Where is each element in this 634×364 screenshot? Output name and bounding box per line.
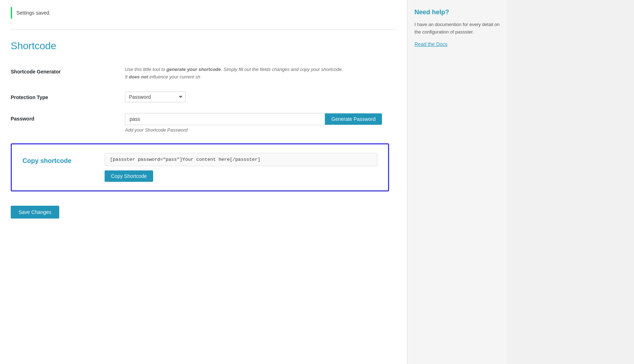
desc-part1: Use this little tool to [125, 67, 166, 72]
password-row: Password Generate Password Add your Shor… [11, 113, 396, 133]
protection-type-select[interactable]: Password Username/Password IP [125, 92, 186, 102]
desc-part3: influence your current sh [148, 74, 200, 80]
page-title: Shortcode [11, 40, 396, 52]
desc-bold2: does not [129, 74, 148, 80]
protection-type-row: Protection Type Password Username/Passwo… [11, 92, 396, 102]
shortcode-generator-field: Use this little tool to generate your sh… [125, 66, 396, 81]
copy-shortcode-button[interactable]: Copy Shortcode [105, 170, 153, 182]
read-the-docs-link[interactable]: Read the Docs [414, 41, 448, 47]
shortcode-box: Copy shortcode [passster password="pass"… [11, 143, 389, 191]
notice-bar: Settings saved. [11, 7, 396, 19]
password-label: Password [11, 113, 125, 122]
sidebar-description: I have an documention for every detail o… [414, 21, 500, 36]
shortcode-code: [passster password="pass"]Your content h… [105, 153, 377, 166]
shortcode-right: [passster password="pass"]Your content h… [105, 153, 377, 182]
generate-password-button[interactable]: Generate Password [325, 113, 382, 125]
copy-shortcode-label: Copy shortcode [22, 153, 94, 165]
notice-text: Settings saved. [16, 10, 51, 16]
sidebar: Need help? I have an documention for eve… [407, 0, 507, 364]
password-hint: Add your Shortcode Password [125, 127, 396, 133]
shortcode-generator-row: Shortcode Generator Use this little tool… [11, 66, 396, 81]
sidebar-title: Need help? [414, 9, 500, 16]
shortcode-generator-description: Use this little tool to generate your sh… [125, 66, 346, 81]
protection-type-field: Password Username/Password IP [125, 92, 396, 102]
desc-bold1: generate your shortcode [166, 67, 221, 72]
password-field: Generate Password Add your Shortcode Pas… [125, 113, 396, 133]
protection-type-label: Protection Type [11, 92, 125, 100]
password-input[interactable] [125, 113, 325, 125]
divider [11, 29, 396, 30]
shortcode-generator-label: Shortcode Generator [11, 66, 125, 75]
save-changes-button[interactable]: Save Changes [11, 206, 59, 219]
password-input-row: Generate Password [125, 113, 382, 125]
